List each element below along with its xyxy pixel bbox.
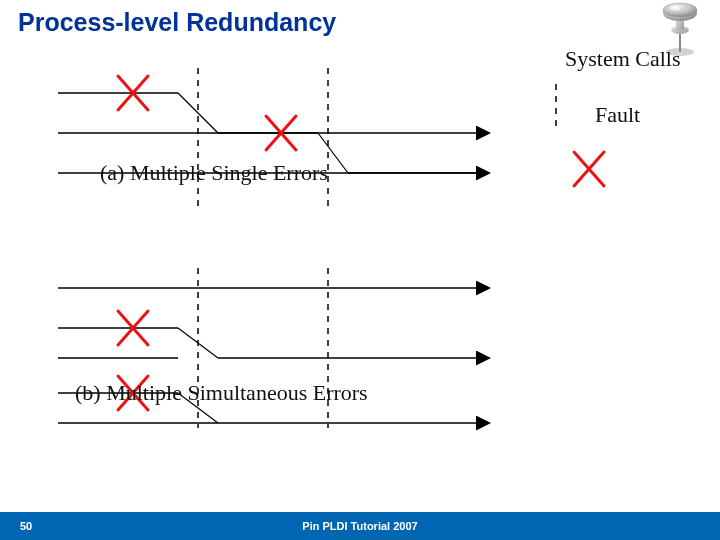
slide-footer: 50 Pin PLDI Tutorial 2007 <box>0 512 720 540</box>
caption-b: (b) Multiple Simultaneous Errors <box>75 380 368 406</box>
legend-system-calls: System Calls <box>565 46 681 72</box>
page-number: 50 <box>20 520 32 532</box>
caption-a: (a) Multiple Single Errors <box>100 160 328 186</box>
footer-text: Pin PLDI Tutorial 2007 <box>0 520 720 532</box>
legend-fault: Fault <box>595 102 640 128</box>
svg-point-6 <box>670 6 680 11</box>
svg-point-5 <box>663 3 697 17</box>
slide-title: Process-level Redundancy <box>18 8 336 37</box>
